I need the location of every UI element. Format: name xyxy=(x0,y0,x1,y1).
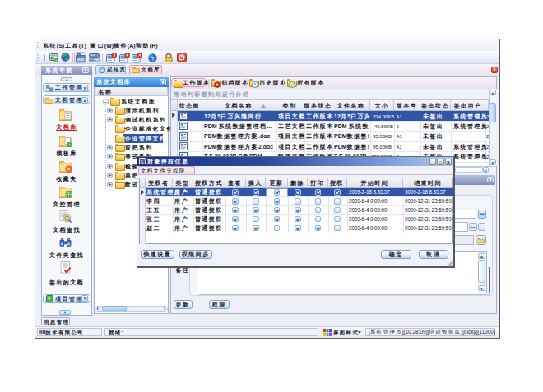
svg-text:?: ? xyxy=(151,54,155,62)
